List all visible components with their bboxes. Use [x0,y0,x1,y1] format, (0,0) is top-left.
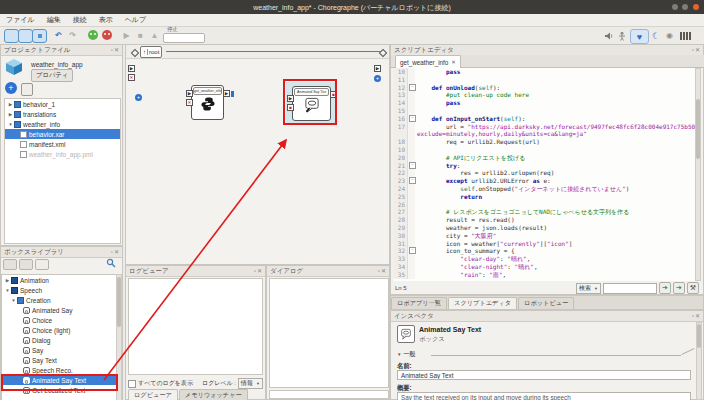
library-item-speech[interactable]: ▼Speech [2,285,117,295]
box-library-scrollbar[interactable] [116,274,122,400]
library-item-speech-reco-[interactable]: Speech Reco. [2,365,117,375]
library-item-choice-light-[interactable]: Choice (light) [2,325,117,335]
library-view-button[interactable] [35,259,49,270]
close-button[interactable] [693,4,699,10]
box-output-port[interactable]: ▶ [223,90,230,97]
box-name-input[interactable]: Animated Say Text [397,370,691,380]
tree-expander-icon[interactable]: ▶ [7,112,14,117]
search-input[interactable] [603,283,657,294]
project-item-translations[interactable]: ▶translations [5,109,120,119]
canvas-add-output-button[interactable]: + [374,75,381,82]
save-project-button[interactable] [32,29,47,43]
close-tab-icon[interactable]: ✕ [451,59,456,65]
volume-icon[interactable] [604,29,614,42]
inspector-scrollbar[interactable] [696,322,702,400]
box-input-port[interactable]: ▶ [287,95,294,102]
tools-button[interactable]: ⚒ [687,282,699,294]
library-item-get-localized-text[interactable]: Get Localized Text [2,385,117,395]
box-stop-port[interactable]: ■ [287,104,294,111]
dialog-input-field[interactable] [269,390,389,399]
library-item-animated-say[interactable]: Animated Say [2,305,117,315]
project-item-behavior-1[interactable]: ▶behavior_1 [5,99,120,109]
section-collapse-icon[interactable]: ▼ [397,352,401,357]
box-description-input[interactable]: Say the text received on its input and m… [397,392,691,400]
project-item-weather-info[interactable]: ▼weather_info [5,119,120,129]
panel-close-icon[interactable]: ✕ [114,47,120,53]
library-item-dialog[interactable]: Dialog [2,335,117,345]
search-icon[interactable] [106,258,116,269]
fold-marker-icon[interactable] [408,247,415,255]
code-scrollbar[interactable] [695,68,701,281]
tree-expander-icon[interactable]: ▼ [4,288,11,293]
play-button[interactable]: ▶ [120,29,133,41]
fold-marker-icon[interactable] [408,115,415,123]
panel-close-icon[interactable]: ✕ [695,47,701,53]
library-item-say[interactable]: Say [2,345,117,355]
duplicate-icon[interactable] [21,83,33,96]
canvas-onstop-port[interactable]: ✕ [128,74,135,81]
new-project-button[interactable] [4,29,19,43]
search-mode-select[interactable]: 検索▼ [576,283,601,294]
menu-0[interactable]: ファイル [0,15,41,25]
posture-icon[interactable] [617,29,627,42]
script-tab-get-weather-info[interactable]: get_weather_info✕ [395,55,461,68]
canvas-onstart-port[interactable]: ▶ [128,65,135,72]
log-tab-0[interactable]: ログビューア [128,389,178,400]
tree-expander-icon[interactable]: ▶ [7,102,14,107]
disconnect-robot-button[interactable] [100,29,113,41]
show-all-logs-checkbox[interactable] [128,380,136,388]
fold-marker-icon[interactable] [408,162,415,170]
panel-close-icon[interactable]: ✕ [114,249,120,255]
log-level-select[interactable]: 情報▼ [238,378,263,389]
menu-2[interactable]: 接続 [67,15,93,25]
library-item-animation[interactable]: ▶Animation [2,275,117,285]
find-next-button[interactable]: ➜ [659,282,671,294]
library-item-say-text[interactable]: Say Text [2,355,117,365]
view-tab-2[interactable]: ロボットビュー [518,297,574,309]
panel-close-icon[interactable]: ✕ [257,268,263,274]
tree-expander-icon[interactable]: ▼ [7,122,14,127]
project-item-weather-info-app-pml[interactable]: weather_info_app.pml [5,149,120,159]
connect-robot-button[interactable] [86,29,99,41]
flow-diagram-canvas[interactable]: ↑ root ▶ ✕ + ▶ + get_weather_info ▶ ✕ ▶ … [125,44,390,265]
title-bar[interactable]: weather_info_app* - Choregraphe (バーチャルロボ… [0,0,704,14]
tree-expander-icon[interactable]: ▶ [4,278,11,283]
library-item-choice[interactable]: Choice [2,315,117,325]
redo-button[interactable]: ↷ [66,29,79,41]
panel-close-icon[interactable]: ✕ [695,313,701,319]
library-item-animated-say-text[interactable]: Animated Say Text [2,375,117,385]
stop-button[interactable]: ■ [134,29,147,41]
flow-box-get-weather-info[interactable]: get_weather_info [191,85,224,120]
menu-3[interactable]: 表示 [93,15,119,25]
flow-box-animated-say-text[interactable]: Animated Say Tex [292,86,331,121]
box-stop-port[interactable]: ✕ [186,99,193,106]
canvas-onstopped-port[interactable]: ▶ [374,65,381,72]
properties-button[interactable]: プロパティ [31,69,73,82]
debug-button[interactable]: ▲ [148,29,161,41]
expand-all-button[interactable] [19,259,33,270]
box-output-port[interactable]: ■ [330,91,337,98]
open-project-button[interactable] [18,29,33,43]
add-content-button[interactable]: + [5,82,17,94]
box-input-port[interactable]: ▶ [186,90,193,97]
menu-1[interactable]: 編集 [41,15,67,25]
project-item-manifest-xml[interactable]: manifest.xml [5,139,120,149]
library-item-creation[interactable]: ▼Creation [2,295,117,305]
fold-marker-icon[interactable] [408,177,415,185]
find-prev-button[interactable]: ➜ [673,282,685,294]
code-editor[interactable]: 10 pass1112 def onUnload(self):13 #put c… [393,68,696,281]
panel-close-icon[interactable]: ✕ [381,268,387,274]
wake-icon[interactable]: ◉ [666,29,673,42]
breadcrumb-root-chip[interactable]: ↑ root [140,46,162,58]
battery-icon[interactable] [680,29,691,42]
tree-expander-icon[interactable]: ▼ [10,298,17,303]
menu-4[interactable]: ヘルプ [119,15,153,25]
project-item-behavior-xar[interactable]: behavior.xar [5,129,120,139]
autonomous-life-toggle[interactable]: ♥ [630,29,649,44]
maximize-button[interactable] [682,4,688,10]
view-tab-1[interactable]: スクリプトエディタ [448,297,517,309]
collapse-all-button[interactable] [3,259,17,270]
canvas-add-input-button[interactable]: + [135,94,142,101]
fold-marker-icon[interactable] [408,84,415,92]
undo-button[interactable]: ↶ [52,29,65,41]
